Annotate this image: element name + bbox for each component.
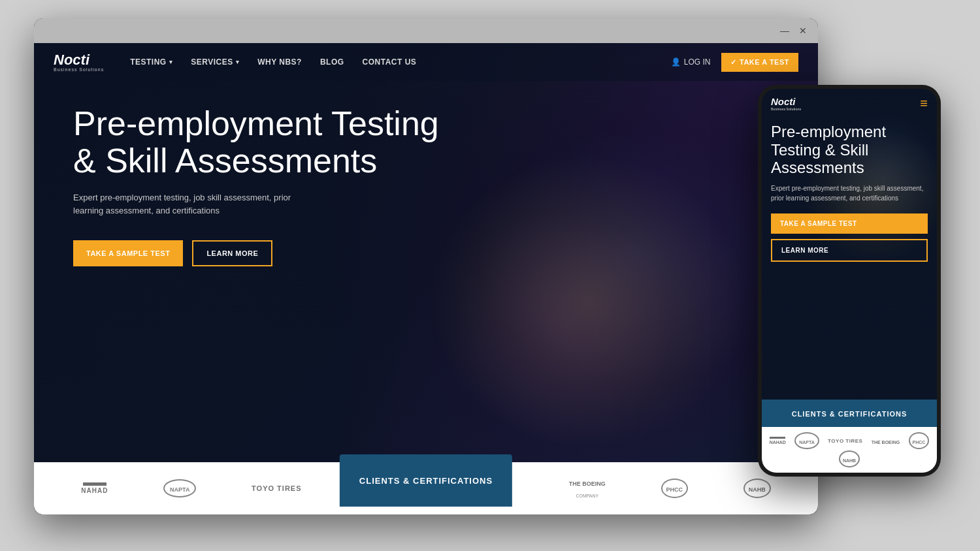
mobile-sample-test-button[interactable]: TAKE A SAMPLE TEST <box>771 213 928 234</box>
mobile-hero-subtitle: Expert pre-employment testing, job skill… <box>771 183 928 203</box>
hamburger-menu[interactable]: ≡ <box>920 96 928 111</box>
nav-contact[interactable]: CONTACT US <box>363 57 417 67</box>
nahad-logo: NAHAD <box>81 477 108 500</box>
mobile-screen: Nocti Business Solutions ≡ Pre-employmen… <box>762 89 937 473</box>
nahb-logo: NAHB <box>743 477 771 500</box>
mobile-logo[interactable]: Nocti Business Solutions <box>771 96 801 111</box>
mobile-hero-content: Pre-employment Testing & Skill Assessmen… <box>762 123 937 262</box>
desktop-mockup: — ✕ Nocti Business Solutions TESTING ▾ S… <box>34 18 818 514</box>
minimize-button[interactable]: — <box>779 25 791 37</box>
toyo-tires-logo: TOYO TIRES <box>252 477 301 500</box>
boeing-logo: THE BOEING COMPANY <box>569 477 606 500</box>
nav-services[interactable]: SERVICES ▾ <box>191 57 239 67</box>
login-button[interactable]: 👤 LOG IN <box>671 57 711 67</box>
nav-links: TESTING ▾ SERVICES ▾ WHY NBS? BLOG CONTA… <box>130 57 671 67</box>
mobile-nahb-logo: NAHB <box>839 452 860 466</box>
mobile-boeing-logo: THE BOEING <box>872 433 900 448</box>
mobile-hero-title: Pre-employment Testing & Skill Assessmen… <box>771 123 928 177</box>
mobile-navbar: Nocti Business Solutions ≡ <box>762 89 937 118</box>
phcc-logo: PHCC <box>661 477 689 500</box>
nav-blog[interactable]: BLOG <box>320 57 344 67</box>
mobile-clients-tab[interactable]: CLIENTS & CERTIFICATIONS <box>762 400 937 427</box>
user-icon: 👤 <box>671 57 681 67</box>
hero-subtitle: Expert pre-employment testing, job skill… <box>73 191 295 217</box>
nav-why-nbs[interactable]: WHY NBS? <box>257 57 302 67</box>
clients-bar: CLIENTS & CERTIFICATIONS NAHAD NAPTA TOY… <box>34 462 818 514</box>
nav-right: 👤 LOG IN ✓ TAKE A TEST <box>671 53 798 72</box>
mobile-nahad-logo: NAHAD <box>770 433 786 448</box>
mobile-phcc-logo: PHCC <box>909 433 930 448</box>
mobile-napta-logo: NAPTA <box>794 433 819 448</box>
hero-content: Pre-employment Testing & Skill Assessmen… <box>73 105 465 266</box>
desktop-logo[interactable]: Nocti Business Solutions <box>54 53 104 72</box>
sample-test-button[interactable]: TAKE A SAMPLE TEST <box>73 240 183 266</box>
mobile-clients-section: CLIENTS & CERTIFICATIONS NAHAD NAPTA TOY… <box>762 400 937 473</box>
titlebar: — ✕ <box>34 18 818 43</box>
clients-tab-label: CLIENTS & CERTIFICATIONS <box>359 476 493 486</box>
mobile-toyo-logo: TOYO TIRES <box>828 433 862 448</box>
desktop-screen: Nocti Business Solutions TESTING ▾ SERVI… <box>34 43 818 514</box>
desktop-navbar: Nocti Business Solutions TESTING ▾ SERVI… <box>34 43 818 81</box>
learn-more-button[interactable]: LEARN MORE <box>192 240 272 266</box>
mobile-clients-logos: NAHAD NAPTA TOYO TIRES THE BOEING <box>762 427 937 473</box>
checklist-icon: ✓ <box>730 58 737 67</box>
nav-testing[interactable]: TESTING ▾ <box>130 57 172 67</box>
take-test-button[interactable]: ✓ TAKE A TEST <box>721 53 798 72</box>
mobile-learn-more-button[interactable]: LEARN MORE <box>771 239 928 262</box>
mobile-mockup: Nocti Business Solutions ≡ Pre-employmen… <box>758 85 941 477</box>
mobile-clients-tab-label: CLIENTS & CERTIFICATIONS <box>792 410 907 418</box>
napta-logo: NAPTA <box>163 477 196 500</box>
hero-buttons: TAKE A SAMPLE TEST LEARN MORE <box>73 240 465 266</box>
hero-title: Pre-employment Testing & Skill Assessmen… <box>73 105 465 180</box>
clients-certifications-tab[interactable]: CLIENTS & CERTIFICATIONS <box>340 454 512 507</box>
close-button[interactable]: ✕ <box>797 25 809 37</box>
